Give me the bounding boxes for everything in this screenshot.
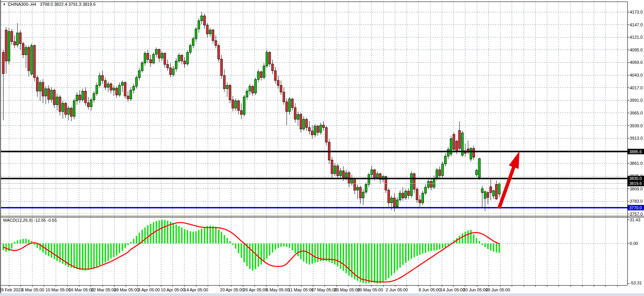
candlestick	[189, 46, 191, 53]
macd-bar	[430, 243, 432, 251]
macd-bar	[400, 243, 401, 268]
candlestick	[104, 80, 106, 87]
candlestick	[308, 128, 310, 131]
candlestick	[297, 115, 299, 120]
candlestick	[320, 125, 322, 132]
candlestick	[337, 166, 338, 176]
macd-bar	[71, 243, 72, 268]
macd-bar	[442, 243, 443, 248]
time-axis-label: 29 May 05:00	[357, 287, 383, 292]
candlestick	[212, 30, 214, 41]
macd-bar	[34, 243, 35, 245]
candlestick	[388, 190, 389, 203]
macd-bar	[303, 243, 304, 262]
candlestick	[144, 53, 146, 63]
candlestick	[257, 72, 259, 79]
macd-bar	[22, 239, 24, 243]
candlestick	[164, 53, 166, 65]
candlestick	[294, 108, 296, 119]
price-tag: 3885.6	[628, 149, 644, 154]
macd-bar	[383, 243, 384, 282]
macd-bar	[286, 243, 287, 247]
macd-bar	[76, 243, 77, 269]
candlestick	[442, 164, 444, 176]
macd-bar	[484, 243, 485, 247]
candlestick	[447, 149, 449, 156]
macd-bar	[238, 243, 239, 253]
macd-bar	[334, 243, 335, 265]
candlestick	[62, 103, 64, 111]
macd-bar	[241, 243, 242, 258]
macd-bar	[368, 243, 369, 283]
macd-bar	[445, 243, 446, 247]
macd-bar	[272, 243, 273, 252]
macd-bar	[499, 243, 500, 253]
candlestick	[192, 39, 194, 46]
macd-bar	[147, 225, 148, 243]
macd-bar	[394, 243, 395, 273]
candlestick	[76, 95, 78, 101]
macd-bar	[136, 236, 137, 243]
macd-bar	[459, 236, 460, 243]
price-axis-label: 3757.0	[630, 212, 643, 216]
macd-bar	[122, 243, 123, 251]
time-axis-label: 14 Apr 05:00	[184, 287, 208, 292]
candlestick	[226, 85, 228, 89]
chart-dropdown-icon[interactable]: ▼	[3, 3, 6, 6]
candlestick	[118, 85, 120, 95]
candlestick	[487, 193, 489, 198]
price-tag-text: 3885.6	[629, 149, 642, 154]
candlestick	[240, 111, 242, 115]
macd-bar	[119, 243, 120, 253]
macd-bar	[56, 243, 58, 261]
candlestick	[5, 30, 7, 61]
candlestick	[147, 53, 149, 60]
candlestick	[269, 52, 271, 64]
candlestick	[124, 82, 126, 96]
macd-bar	[82, 243, 83, 270]
chart-canvas[interactable]: 4173.04147.04121.04095.04069.04043.04017…	[0, 0, 644, 296]
candlestick	[130, 90, 132, 99]
candlestick	[354, 178, 355, 190]
macd-bar	[413, 243, 415, 257]
candlestick	[42, 82, 44, 96]
candlestick	[8, 31, 10, 61]
candlestick	[303, 119, 305, 129]
macd-bar	[306, 243, 307, 263]
macd-axis-label: -53.31	[630, 281, 642, 285]
candlestick	[439, 170, 441, 176]
price-tag: 3830.0	[628, 176, 644, 181]
candlestick	[87, 103, 89, 107]
macd-bar	[5, 243, 7, 252]
macd-bar	[275, 243, 276, 250]
macd-bar	[331, 243, 333, 263]
candlestick	[359, 187, 361, 198]
macd-bar	[411, 243, 412, 259]
candlestick	[53, 90, 55, 105]
candlestick	[263, 66, 265, 77]
macd-bar	[417, 243, 418, 256]
macd-bar	[479, 241, 480, 243]
candlestick	[399, 193, 401, 200]
macd-bar	[25, 239, 26, 243]
candlestick	[396, 200, 398, 207]
macd-bar	[235, 243, 236, 249]
candlestick	[152, 54, 154, 63]
candlestick	[141, 63, 143, 71]
price-axis-label: 4069.0	[630, 60, 643, 65]
candlestick	[220, 59, 222, 76]
window-bottom-strip	[0, 293, 644, 296]
macd-bar	[294, 243, 296, 253]
candlestick	[490, 187, 492, 193]
macd-bar	[467, 231, 468, 243]
macd-bar	[436, 243, 437, 250]
macd-bar	[73, 243, 75, 269]
macd-bar	[292, 243, 293, 250]
candlestick	[393, 198, 395, 207]
macd-bar	[269, 243, 270, 255]
macd-axis-label: 0.00	[630, 241, 638, 246]
candlestick	[325, 128, 327, 142]
candlestick	[73, 101, 75, 116]
macd-bar	[343, 243, 344, 271]
macd-bar	[428, 243, 429, 252]
